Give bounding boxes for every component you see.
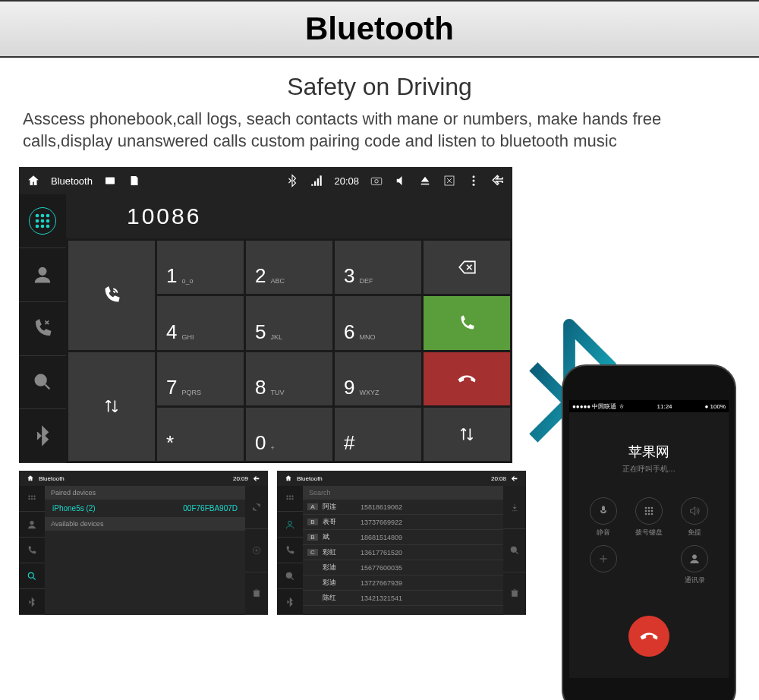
phone-hangup-button[interactable] xyxy=(628,616,669,657)
key-hangup[interactable] xyxy=(424,352,510,405)
dialpad-icon xyxy=(32,210,53,232)
close-icon[interactable] xyxy=(442,174,456,188)
more-icon[interactable] xyxy=(467,174,480,188)
add-button[interactable] xyxy=(245,529,268,572)
subtitle: Safety on Driving xyxy=(0,73,759,101)
svg-point-6 xyxy=(473,184,475,186)
sidebar-contacts[interactable] xyxy=(19,248,66,302)
key-call[interactable] xyxy=(424,296,510,349)
sidebar-bluetooth[interactable] xyxy=(19,409,66,463)
bluetooth-icon xyxy=(32,425,53,446)
delete-button[interactable] xyxy=(503,572,526,616)
svg-point-8 xyxy=(41,214,44,217)
sync-button[interactable] xyxy=(245,486,268,529)
number-display: 10086 xyxy=(66,194,512,238)
mini-search[interactable] xyxy=(19,563,45,589)
svg-point-5 xyxy=(473,180,475,182)
svg-point-31 xyxy=(29,498,30,500)
back-icon[interactable] xyxy=(491,174,505,188)
sd-icon xyxy=(128,174,141,188)
search-button[interactable] xyxy=(503,529,526,572)
home-icon[interactable] xyxy=(27,174,40,188)
delete-button[interactable] xyxy=(245,572,268,616)
key-1[interactable]: 1o_o xyxy=(157,241,244,294)
contacts-button[interactable]: 通讯录 xyxy=(676,545,713,585)
add-button[interactable] xyxy=(584,545,622,585)
contact-row[interactable]: 彩迪13727667939 xyxy=(303,575,503,591)
paired-devices-screenshot: Bluetooth 20:09 Paired devices iPhone5s … xyxy=(19,471,268,615)
mute-button[interactable]: 静音 xyxy=(584,497,622,538)
svg-point-13 xyxy=(36,225,39,228)
keypad-button[interactable]: 拨号键盘 xyxy=(630,497,668,538)
svg-point-10 xyxy=(36,219,39,222)
key-0[interactable]: 0+ xyxy=(246,408,332,461)
svg-point-19 xyxy=(648,507,650,509)
sidebar-calllog[interactable] xyxy=(19,302,66,356)
status-title: Bluetooth xyxy=(51,175,93,187)
key-swap[interactable] xyxy=(424,408,510,461)
hangup-icon xyxy=(453,364,481,393)
sidebar xyxy=(19,194,66,463)
paired-device-row[interactable]: iPhone5s (2)00F76FBA907D xyxy=(45,500,245,517)
camera-icon xyxy=(370,174,383,188)
contact-row[interactable]: 陈红13421321541 xyxy=(303,591,503,606)
key-star[interactable]: * xyxy=(157,408,244,461)
svg-point-30 xyxy=(34,495,36,497)
key-transfer[interactable] xyxy=(68,352,155,462)
mini-dialpad[interactable] xyxy=(19,486,45,512)
mini-bluetooth[interactable] xyxy=(19,589,45,615)
key-9[interactable]: 9WXYZ xyxy=(335,352,421,405)
svg-rect-1 xyxy=(371,178,382,184)
svg-point-12 xyxy=(46,219,49,222)
search-icon xyxy=(32,371,53,393)
key-8[interactable]: 8TUV xyxy=(246,352,332,405)
svg-point-26 xyxy=(651,513,653,516)
svg-point-4 xyxy=(473,175,475,178)
dialer-screenshot: Bluetooth 20:08 xyxy=(19,167,512,463)
key-6[interactable]: 6MNO xyxy=(335,296,421,349)
key-4[interactable]: 4GHI xyxy=(157,296,244,349)
contact-row[interactable]: C彩虹13617761520 xyxy=(303,545,503,560)
svg-point-39 xyxy=(292,495,294,497)
svg-point-32 xyxy=(31,498,33,500)
mini2-calllog[interactable] xyxy=(277,538,303,563)
key-5[interactable]: 5JKL xyxy=(246,296,332,349)
svg-point-42 xyxy=(292,498,294,500)
svg-point-23 xyxy=(651,510,653,512)
transfer-icon xyxy=(102,396,121,416)
key-voice[interactable] xyxy=(68,241,155,350)
mini2-dialpad[interactable] xyxy=(277,486,303,512)
contact-row[interactable]: 彩迪15677600035 xyxy=(303,560,503,575)
key-backspace[interactable] xyxy=(424,241,510,294)
person-icon xyxy=(32,264,53,285)
speaker-button[interactable]: 免提 xyxy=(676,497,713,538)
mini-contacts[interactable] xyxy=(19,512,45,538)
contact-row[interactable]: B表哥13737669922 xyxy=(303,515,503,530)
search-input[interactable]: Search xyxy=(303,486,503,500)
person-icon xyxy=(688,553,701,565)
mini2-search[interactable] xyxy=(277,563,303,589)
sidebar-dialpad[interactable] xyxy=(19,194,66,248)
contact-row[interactable]: B斌18681514809 xyxy=(303,530,503,545)
eject-icon[interactable] xyxy=(418,174,432,188)
mini-calllog[interactable] xyxy=(19,538,45,563)
contact-row[interactable]: A阿连15818619062 xyxy=(303,500,503,515)
svg-point-33 xyxy=(34,498,36,500)
svg-rect-0 xyxy=(106,178,115,184)
sidebar-search[interactable] xyxy=(19,356,66,410)
download-button[interactable] xyxy=(503,486,526,529)
svg-point-24 xyxy=(645,513,647,516)
available-header: Available devices xyxy=(45,517,245,531)
svg-point-18 xyxy=(645,507,647,509)
key-7[interactable]: 7PQRS xyxy=(157,352,244,405)
key-2[interactable]: 2ABC xyxy=(246,241,332,294)
svg-point-43 xyxy=(288,521,292,525)
key-hash[interactable]: # xyxy=(335,408,421,461)
status-bar: Bluetooth 20:08 xyxy=(19,167,512,194)
volume-icon[interactable] xyxy=(394,174,408,188)
key-3[interactable]: 3DEF xyxy=(335,241,421,294)
mini2-contacts[interactable] xyxy=(277,512,303,538)
voice-icon xyxy=(102,285,121,305)
mini2-bluetooth[interactable] xyxy=(277,589,303,615)
caller-name: 苹果网 xyxy=(569,443,729,461)
